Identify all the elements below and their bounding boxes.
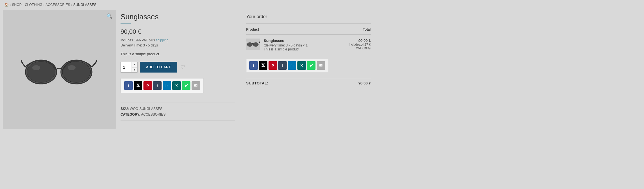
order-share-facebook-button[interactable]: f [249, 61, 258, 70]
svg-point-7 [253, 43, 258, 46]
subtotal-row: SUBTOTAL: 90,00 € [246, 78, 371, 85]
product-image-box: 🔍 [3, 10, 116, 129]
order-item-details: Sunglasses (delivery time: 3 - 5 days) ×… [264, 39, 345, 51]
subtotal-value: 90,00 € [359, 81, 371, 85]
order-item-vat-1: includes14,37 € [348, 43, 371, 46]
order-item-vat-2: VAT (19%) [348, 46, 371, 50]
svg-point-6 [247, 43, 252, 46]
breadcrumb-clothing[interactable]: CLOTHING [25, 3, 42, 7]
order-panel: Your order Product Total Sunglasses (del… [241, 10, 376, 90]
meta-divider-bottom [121, 120, 235, 121]
order-item-row: Sunglasses (delivery time: 3 - 5 days) ×… [246, 39, 371, 51]
product-panel: 🔍 [3, 10, 235, 129]
order-item-name: Sunglasses [264, 39, 345, 43]
svg-point-4 [32, 65, 40, 70]
add-to-cart-button[interactable]: ADD TO CART [140, 62, 177, 73]
share-linkedin-button[interactable]: in [163, 81, 171, 90]
product-description: This is a simple product. [121, 52, 235, 56]
order-share-box: f 𝕏 P t in X ✔ ✉ [246, 59, 328, 72]
order-share-linkedin-button[interactable]: in [288, 61, 296, 70]
add-to-cart-row: 1 ▲ ▼ ADD TO CART ♡ [121, 62, 235, 73]
order-item-price: 90,00 € [348, 39, 371, 43]
product-details: Sunglasses 90,00 € includes 19% VAT plus… [121, 10, 235, 129]
breadcrumb-accessories[interactable]: ACCESSORIES [46, 3, 70, 7]
order-share-email-button[interactable]: ✉ [317, 61, 325, 70]
product-sku: SKU: WOO-SUNGLASSES [121, 107, 235, 111]
share-pinterest-button[interactable]: P [143, 81, 152, 90]
product-image [20, 46, 99, 92]
quantity-stepper[interactable]: 1 ▲ ▼ [121, 62, 138, 73]
order-share-whatsapp-button[interactable]: ✔ [307, 61, 315, 70]
breadcrumb-current: SUNGLASSES [73, 3, 96, 7]
order-item-description: This is a simple product. [264, 47, 345, 51]
breadcrumb-sep-3: › [44, 3, 44, 7]
share-tumblr-button[interactable]: t [153, 81, 162, 90]
title-underline [121, 23, 131, 24]
shipping-link[interactable]: shipping [156, 38, 169, 42]
order-share-pinterest-button[interactable]: P [269, 61, 277, 70]
zoom-icon[interactable]: 🔍 [106, 13, 113, 19]
subtotal-label: SUBTOTAL: [246, 81, 268, 85]
share-facebook-button[interactable]: f [124, 81, 133, 90]
order-item-meta: (delivery time: 3 - 5 days) × 1 [264, 43, 345, 47]
wishlist-button[interactable]: ♡ [179, 64, 186, 70]
quantity-down-button[interactable]: ▼ [132, 67, 137, 73]
breadcrumb-sep-1: › [10, 3, 11, 7]
share-x-button[interactable]: 𝕏 [134, 81, 142, 90]
share-box: f 𝕏 P t in X ✔ ✉ [121, 78, 204, 93]
your-order-title: Your order [246, 14, 371, 19]
order-share-x-button[interactable]: 𝕏 [259, 61, 267, 70]
home-icon[interactable]: 🏠 [5, 3, 9, 7]
breadcrumb-shop[interactable]: SHOP [12, 3, 22, 7]
order-share-xing-button[interactable]: X [297, 61, 306, 70]
order-item-thumbnail [246, 39, 260, 50]
share-xing-button[interactable]: X [172, 81, 181, 90]
svg-point-5 [68, 65, 76, 70]
category-link[interactable]: ACCESSORIES [141, 112, 166, 116]
order-table-header: Product Total [246, 27, 371, 35]
vat-info: includes 19% VAT plus shipping [121, 38, 235, 42]
order-total-col: Total [363, 27, 371, 31]
order-divider-1 [246, 23, 371, 24]
breadcrumb-sep-4: › [71, 3, 72, 7]
breadcrumb-sep-2: › [23, 3, 23, 7]
quantity-input[interactable]: 1 [121, 62, 132, 72]
breadcrumb: 🏠 › SHOP › CLOTHING › ACCESSORIES › SUNG… [0, 0, 644, 10]
order-item-price-col: 90,00 € includes14,37 € VAT (19%) [348, 39, 371, 50]
order-product-col: Product [246, 27, 259, 31]
share-whatsapp-button[interactable]: ✔ [182, 81, 190, 90]
product-title: Sunglasses [121, 12, 235, 21]
quantity-up-button[interactable]: ▲ [132, 62, 137, 67]
delivery-time: Delivery Time: 3 - 5 days [121, 43, 235, 47]
share-email-button[interactable]: ✉ [192, 81, 200, 90]
order-share-tumblr-button[interactable]: t [278, 61, 287, 70]
meta-divider-top [121, 103, 235, 103]
product-price: 90,00 € [121, 28, 235, 35]
svg-point-1 [27, 61, 55, 82]
product-category: CATEGORY: ACCESSORIES [121, 112, 235, 116]
